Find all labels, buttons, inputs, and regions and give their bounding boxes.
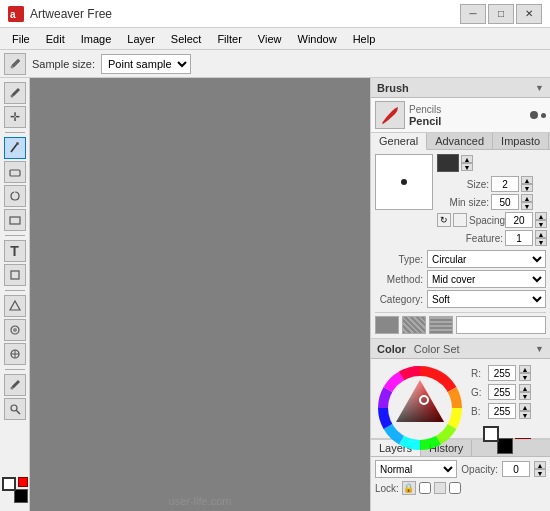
tool-move[interactable]: ✛ <box>4 106 26 128</box>
color-tab-colorset[interactable]: Color Set <box>414 343 460 355</box>
tool-blur[interactable] <box>4 319 26 341</box>
fg-bg-swatches[interactable] <box>483 426 513 454</box>
min-size-up[interactable]: ▲ <box>521 194 533 202</box>
color-panel-collapse[interactable]: ▼ <box>535 344 544 354</box>
spacing-toggle[interactable]: ↻ <box>437 213 451 227</box>
canvas-area[interactable]: user-life.com <box>30 78 370 511</box>
feature-down[interactable]: ▼ <box>535 238 547 246</box>
opacity-up[interactable]: ▲ <box>534 461 546 469</box>
size-up[interactable]: ▲ <box>521 176 533 184</box>
r-input[interactable] <box>488 365 516 381</box>
spacing-check[interactable] <box>453 213 467 227</box>
category-select[interactable]: Soft Hard Bristle <box>427 290 546 308</box>
brush-dots <box>530 111 546 119</box>
sample-size-select[interactable]: Point sample 3x3 Average 5x5 Average <box>101 54 191 74</box>
size-down[interactable]: ▼ <box>521 184 533 192</box>
tool-zoom[interactable] <box>4 398 26 420</box>
g-input[interactable] <box>488 384 516 400</box>
g-up[interactable]: ▲ <box>519 384 531 392</box>
opacity-input[interactable] <box>502 461 530 477</box>
tool-eyedropper[interactable] <box>4 82 26 104</box>
color-tab-color[interactable]: Color <box>377 343 406 355</box>
maximize-button[interactable]: □ <box>488 4 514 24</box>
b-down[interactable]: ▼ <box>519 411 531 419</box>
r-down[interactable]: ▼ <box>519 373 531 381</box>
texture-swatch1[interactable] <box>375 316 399 334</box>
lock-check2[interactable] <box>449 482 461 494</box>
spacing-down[interactable]: ▼ <box>535 220 547 228</box>
feature-up[interactable]: ▲ <box>535 230 547 238</box>
tool-fill[interactable] <box>4 295 26 317</box>
tool-lasso[interactable] <box>4 185 26 207</box>
lock-check1[interactable] <box>419 482 431 494</box>
texture-swatch2[interactable] <box>402 316 426 334</box>
menu-edit[interactable]: Edit <box>38 31 73 47</box>
color-panel: Color Color Set ▼ <box>371 339 550 439</box>
toolbox: ✛ T <box>0 78 30 511</box>
feature-input[interactable] <box>505 230 533 246</box>
fg-swatch[interactable] <box>483 426 499 442</box>
size-input[interactable] <box>491 176 519 192</box>
texture-input[interactable] <box>456 316 546 334</box>
tool-shape[interactable] <box>4 209 26 231</box>
svg-rect-7 <box>10 217 20 224</box>
tool-text[interactable]: T <box>4 240 26 262</box>
menu-filter[interactable]: Filter <box>209 31 249 47</box>
lock-color-swatch[interactable] <box>434 482 446 494</box>
brush-shape-up[interactable]: ▲ <box>461 155 473 163</box>
layers-content: Normal Multiply Screen Opacity: ▲ ▼ Lock… <box>371 457 550 498</box>
svg-line-17 <box>16 411 20 415</box>
method-select[interactable]: Mid cover Cover Soft <box>427 270 546 288</box>
brush-panel-title: Brush <box>377 82 409 94</box>
fg-color-swatch[interactable] <box>2 477 16 491</box>
brush-tab-advanced[interactable]: Advanced <box>427 133 493 149</box>
brush-tab-general[interactable]: General <box>371 133 427 150</box>
min-size-down[interactable]: ▼ <box>521 202 533 210</box>
menu-window[interactable]: Window <box>290 31 345 47</box>
brush-panel-header: Brush ▼ <box>371 78 550 98</box>
b-input[interactable] <box>488 403 516 419</box>
spacing-input[interactable] <box>505 212 533 228</box>
menu-select[interactable]: Select <box>163 31 210 47</box>
brush-tab-impasto[interactable]: Impasto <box>493 133 549 149</box>
opacity-down[interactable]: ▼ <box>534 469 546 477</box>
opacity-label: Opacity: <box>461 464 498 475</box>
quick-color[interactable] <box>18 477 28 487</box>
color-wheel-svg[interactable] <box>375 363 465 453</box>
method-label: Method: <box>375 274 423 285</box>
menu-layer[interactable]: Layer <box>119 31 163 47</box>
spacing-up[interactable]: ▲ <box>535 212 547 220</box>
bg-color-swatch[interactable] <box>14 489 28 503</box>
tool-stamp[interactable] <box>4 343 26 365</box>
menu-help[interactable]: Help <box>345 31 384 47</box>
b-up[interactable]: ▲ <box>519 403 531 411</box>
g-down[interactable]: ▼ <box>519 392 531 400</box>
r-up[interactable]: ▲ <box>519 365 531 373</box>
brush-preview-icon <box>375 101 405 129</box>
blend-mode-select[interactable]: Normal Multiply Screen <box>375 460 457 478</box>
eyedropper-tool-icon[interactable] <box>4 53 26 75</box>
color-panel-tabs-header: Color Color Set <box>377 343 460 355</box>
lock-icon[interactable]: 🔒 <box>402 481 416 495</box>
tool-eraser[interactable] <box>4 161 26 183</box>
brush-panel-collapse[interactable]: ▼ <box>535 83 544 93</box>
tool-eyedropper2[interactable] <box>4 374 26 396</box>
brush-shape-down[interactable]: ▼ <box>461 163 473 171</box>
r-spinner: ▲ ▼ <box>519 365 531 381</box>
texture-swatch3[interactable] <box>429 316 453 334</box>
brush-shape-swatch[interactable] <box>437 154 459 172</box>
color-wheel-container[interactable] <box>375 363 465 453</box>
tool-crop[interactable] <box>4 264 26 286</box>
g-row: G: ▲ ▼ <box>471 384 531 400</box>
color-swatch-area[interactable] <box>2 477 28 503</box>
bg-swatch[interactable] <box>497 438 513 454</box>
menu-view[interactable]: View <box>250 31 290 47</box>
close-button[interactable]: ✕ <box>516 4 542 24</box>
menu-image[interactable]: Image <box>73 31 120 47</box>
menu-file[interactable]: File <box>4 31 38 47</box>
min-size-input[interactable] <box>491 194 519 210</box>
dot-large <box>530 111 538 119</box>
type-select[interactable]: Circular Flat Custom <box>427 250 546 268</box>
tool-brush[interactable] <box>4 137 26 159</box>
minimize-button[interactable]: ─ <box>460 4 486 24</box>
